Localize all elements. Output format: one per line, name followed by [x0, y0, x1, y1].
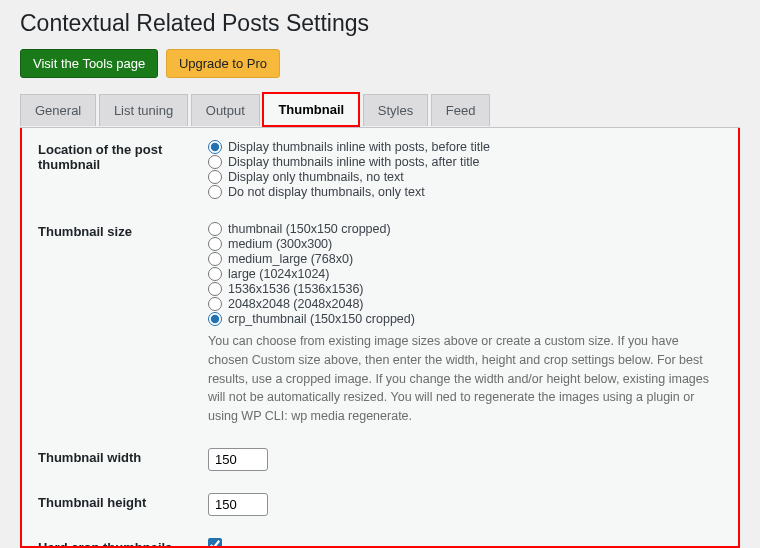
radio-size-thumbnail[interactable]	[208, 222, 222, 236]
size-1536[interactable]: 1536x1536 (1536x1536)	[208, 282, 722, 296]
radio-before-title[interactable]	[208, 140, 222, 154]
tab-list-tuning[interactable]: List tuning	[99, 94, 188, 126]
radio-size-1536-label: 1536x1536 (1536x1536)	[228, 282, 364, 296]
radio-after-title[interactable]	[208, 155, 222, 169]
upgrade-pro-button[interactable]: Upgrade to Pro	[166, 49, 280, 78]
radio-before-title-label: Display thumbnails inline with posts, be…	[228, 140, 490, 154]
radio-size-medium-large-label: medium_large (768x0)	[228, 252, 353, 266]
radio-after-title-label: Display thumbnails inline with posts, af…	[228, 155, 480, 169]
thumbsize-label: Thumbnail size	[38, 222, 208, 239]
radio-size-medium-label: medium (300x300)	[228, 237, 332, 251]
radio-size-crp[interactable]	[208, 312, 222, 326]
size-medium-large[interactable]: medium_large (768x0)	[208, 252, 722, 266]
location-label: Location of the post thumbnail	[38, 140, 208, 172]
size-medium[interactable]: medium (300x300)	[208, 237, 722, 251]
tools-page-button[interactable]: Visit the Tools page	[20, 49, 158, 78]
size-large[interactable]: large (1024x1024)	[208, 267, 722, 281]
location-opt-after-title[interactable]: Display thumbnails inline with posts, af…	[208, 155, 722, 169]
size-2048[interactable]: 2048x2048 (2048x2048)	[208, 297, 722, 311]
radio-size-2048-label: 2048x2048 (2048x2048)	[228, 297, 364, 311]
page-title: Contextual Related Posts Settings	[20, 10, 740, 37]
radio-only-thumb-label: Display only thumbnails, no text	[228, 170, 404, 184]
radio-only-text[interactable]	[208, 185, 222, 199]
tab-thumbnail[interactable]: Thumbnail	[262, 92, 360, 127]
radio-size-crp-label: crp_thumbnail (150x150 cropped)	[228, 312, 415, 326]
radio-only-text-label: Do not display thumbnails, only text	[228, 185, 425, 199]
thumbnail-panel: Location of the post thumbnail Display t…	[20, 128, 740, 548]
size-thumbnail[interactable]: thumbnail (150x150 cropped)	[208, 222, 722, 236]
radio-size-large[interactable]	[208, 267, 222, 281]
radio-size-2048[interactable]	[208, 297, 222, 311]
width-label: Thumbnail width	[38, 448, 208, 465]
tab-output[interactable]: Output	[191, 94, 260, 126]
hardcrop-label: Hard crop thumbnails	[38, 538, 208, 548]
height-input[interactable]	[208, 493, 268, 516]
location-opt-before-title[interactable]: Display thumbnails inline with posts, be…	[208, 140, 722, 154]
settings-tabs: General List tuning Output Thumbnail Sty…	[20, 92, 740, 128]
radio-size-medium-large[interactable]	[208, 252, 222, 266]
location-opt-only-thumb[interactable]: Display only thumbnails, no text	[208, 170, 722, 184]
radio-only-thumb[interactable]	[208, 170, 222, 184]
tab-general[interactable]: General	[20, 94, 96, 126]
radio-size-large-label: large (1024x1024)	[228, 267, 329, 281]
location-opt-only-text[interactable]: Do not display thumbnails, only text	[208, 185, 722, 199]
radio-size-1536[interactable]	[208, 282, 222, 296]
thumbsize-help: You can choose from existing image sizes…	[208, 332, 722, 426]
width-input[interactable]	[208, 448, 268, 471]
height-label: Thumbnail height	[38, 493, 208, 510]
radio-size-medium[interactable]	[208, 237, 222, 251]
hardcrop-checkbox[interactable]	[208, 538, 222, 548]
radio-size-thumbnail-label: thumbnail (150x150 cropped)	[228, 222, 391, 236]
action-buttons: Visit the Tools page Upgrade to Pro	[20, 49, 740, 78]
tab-styles[interactable]: Styles	[363, 94, 428, 126]
tab-feed[interactable]: Feed	[431, 94, 491, 126]
thumbsize-options: thumbnail (150x150 cropped) medium (300x…	[208, 222, 722, 426]
location-options: Display thumbnails inline with posts, be…	[208, 140, 722, 200]
size-crp[interactable]: crp_thumbnail (150x150 cropped)	[208, 312, 722, 326]
